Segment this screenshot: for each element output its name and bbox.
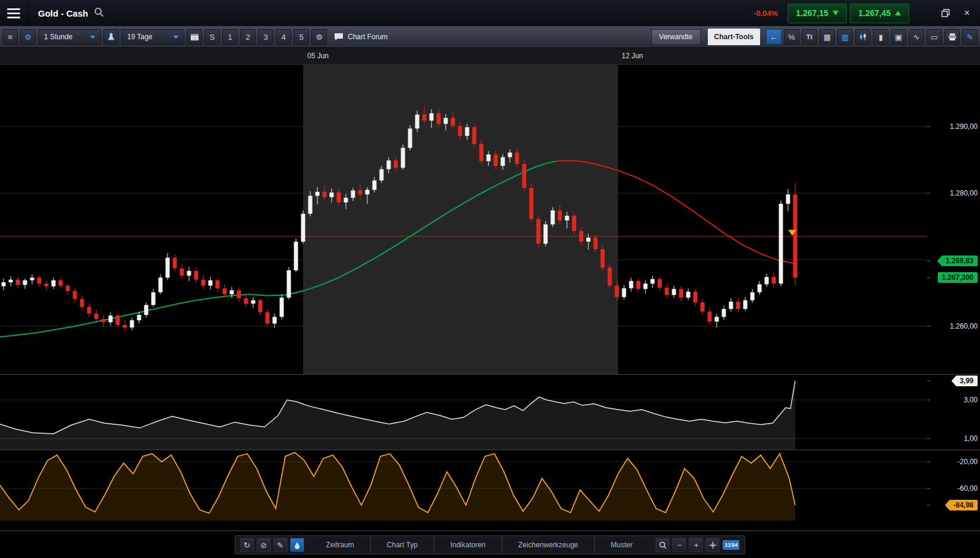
- candle-body: [365, 190, 370, 194]
- candle-body: [230, 291, 234, 295]
- candle-body: [237, 291, 241, 298]
- chart-forum-label: Chart Forum: [348, 33, 387, 41]
- price-axis[interactable]: 1.290,001.280,001.269,831.267,3001.260,0…: [928, 48, 980, 558]
- session-button-1[interactable]: 1: [222, 29, 238, 45]
- timeframe-dropdown[interactable]: 1 Stunde: [38, 29, 101, 45]
- candlestick-type-icon[interactable]: [855, 29, 871, 45]
- candle-body: [45, 283, 49, 286]
- search-icon[interactable]: [94, 7, 104, 20]
- grid-icon[interactable]: ▦: [820, 29, 835, 45]
- candle-body: [779, 204, 783, 283]
- candle-body: [651, 279, 655, 284]
- menu-zeichenwerkzeuge[interactable]: Zeichenwerkzeuge: [502, 536, 594, 554]
- candle-body: [601, 249, 605, 267]
- candle-body: [301, 214, 305, 242]
- candle-body: [102, 319, 106, 323]
- candle-body: [658, 279, 662, 288]
- chart-settings-gear-icon[interactable]: ⚙: [311, 29, 327, 45]
- candle-body: [166, 258, 170, 278]
- candle-body: [280, 298, 284, 317]
- chat-bubble-icon: [334, 33, 344, 41]
- candle-body: [123, 325, 127, 328]
- edit-pencil-icon[interactable]: ✎: [962, 29, 978, 45]
- sell-price-button[interactable]: 1.267,15: [787, 4, 847, 23]
- color-fill-icon[interactable]: [290, 538, 304, 552]
- candle-body: [209, 280, 213, 286]
- candle-body: [52, 280, 56, 286]
- drawing-box-icon[interactable]: ▭: [927, 29, 942, 45]
- settings-gear-icon[interactable]: ⚙: [20, 29, 36, 45]
- printer-icon[interactable]: [944, 29, 960, 45]
- candle-body: [629, 281, 634, 288]
- candle-body: [80, 299, 84, 307]
- menu-button[interactable]: [0, 0, 28, 26]
- value-readout-button[interactable]: 1234: [723, 540, 739, 550]
- session-button-4[interactable]: 4: [276, 29, 291, 45]
- sell-price-value: 1.267,15: [796, 8, 828, 18]
- percent-scale-icon[interactable]: %: [784, 29, 799, 45]
- columns-icon[interactable]: ▥: [837, 29, 853, 45]
- refresh-icon[interactable]: ↻: [240, 538, 254, 552]
- candle-body: [59, 280, 63, 286]
- draw-pencil-icon[interactable]: ✎: [273, 538, 288, 552]
- candle-body: [408, 128, 412, 148]
- candle-body: [23, 280, 27, 285]
- text-tool-icon[interactable]: Tt: [802, 29, 817, 45]
- session-button-s[interactable]: S: [204, 29, 220, 45]
- candle-body: [152, 292, 156, 305]
- new-window-icon[interactable]: ▣: [891, 29, 906, 45]
- candle-body: [444, 118, 448, 124]
- restore-window-button[interactable]: [936, 5, 955, 21]
- menu-chart-typ[interactable]: Chart Typ: [370, 536, 434, 554]
- price-depth-icon[interactable]: [103, 29, 119, 45]
- menu-indikatoren[interactable]: Indikatoren: [434, 536, 502, 554]
- chart-canvas[interactable]: [0, 48, 980, 558]
- candle-body: [458, 126, 462, 136]
- indicator-wave-icon[interactable]: ∿: [909, 29, 924, 45]
- candle-body: [665, 288, 669, 295]
- session-button-5[interactable]: 5: [294, 29, 309, 45]
- candle-body: [66, 286, 70, 291]
- candle-body: [316, 192, 320, 196]
- calendar-icon[interactable]: [187, 29, 202, 45]
- candle-body: [159, 278, 163, 292]
- candle-body: [87, 307, 92, 314]
- menu-zeitraum[interactable]: Zeitraum: [310, 536, 370, 554]
- watchlist-icon[interactable]: ≡: [2, 29, 18, 45]
- candle-body: [223, 288, 227, 294]
- zoom-in-button[interactable]: +: [689, 538, 703, 552]
- candle-body: [244, 298, 248, 304]
- candle-body: [793, 194, 798, 278]
- menu-muster[interactable]: Muster: [594, 536, 649, 554]
- candle-body: [73, 291, 77, 299]
- zoom-out-button[interactable]: −: [672, 538, 686, 552]
- candle-body: [715, 317, 719, 321]
- chart-tools-tab[interactable]: Chart-Tools: [708, 29, 760, 45]
- bar-chart-icon[interactable]: ▮: [873, 29, 888, 45]
- session-button-2[interactable]: 2: [240, 29, 256, 45]
- undo-icon[interactable]: ←: [766, 29, 782, 45]
- candle-body: [259, 300, 263, 312]
- candle-body: [472, 127, 477, 144]
- candle-body: [16, 280, 20, 285]
- candle-body: [615, 286, 619, 297]
- candle-body: [415, 115, 420, 129]
- candle-body: [508, 153, 512, 157]
- candle-body: [173, 258, 177, 269]
- chart-forum-button[interactable]: Chart Forum: [329, 29, 392, 45]
- candle-body: [751, 292, 755, 300]
- related-button[interactable]: Verwandte: [651, 29, 701, 45]
- candle-body: [401, 148, 405, 168]
- week-highlight-band: [303, 64, 618, 374]
- close-window-button[interactable]: ×: [957, 5, 976, 21]
- buy-price-button[interactable]: 1.267,45: [850, 4, 909, 23]
- candle-body: [109, 316, 113, 322]
- crosshair-icon[interactable]: [705, 538, 720, 552]
- range-dropdown[interactable]: 19 Tage: [121, 29, 184, 45]
- zoom-search-icon[interactable]: [656, 538, 670, 552]
- candle-body: [358, 191, 363, 195]
- disable-drawing-icon[interactable]: ⊘: [257, 538, 271, 552]
- session-button-3[interactable]: 3: [258, 29, 273, 45]
- instrument-title: Gold - Cash: [38, 8, 88, 18]
- indicator1-fill: [0, 381, 795, 450]
